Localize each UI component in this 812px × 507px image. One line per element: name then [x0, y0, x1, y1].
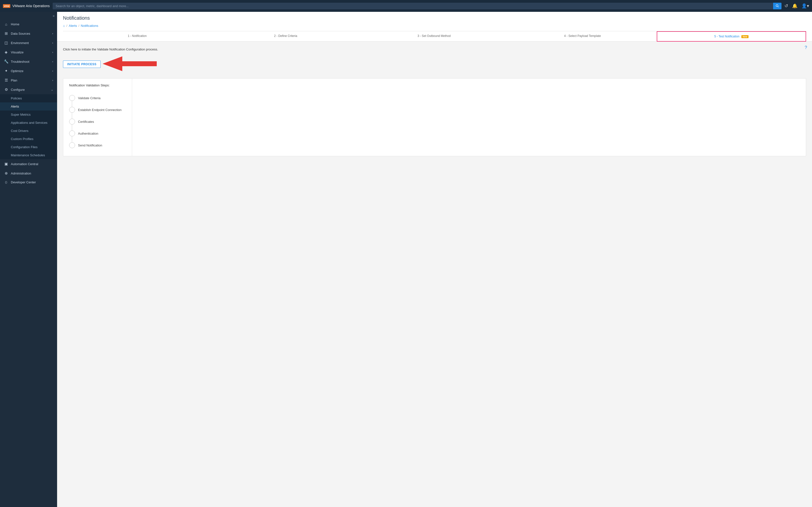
- sidebar-label-optimize: Optimize: [11, 69, 23, 73]
- sidebar-item-troubleshoot[interactable]: 🔧 Troubleshoot ›: [0, 57, 57, 66]
- sidebar-item-developer-center[interactable]: ⟨⟩ Developer Center: [0, 178, 57, 186]
- developer-icon: ⟨⟩: [4, 181, 8, 184]
- sidebar-item-config-files[interactable]: Configuration Files: [0, 143, 57, 151]
- validation-panel: Notification Validation Steps: Validate …: [63, 78, 806, 156]
- chevron-right-icon: ›: [52, 69, 53, 72]
- plan-icon: ☰: [4, 78, 8, 82]
- sidebar: « ⌂ Home ⊞ Data Sources › ◫ Environment …: [0, 12, 57, 507]
- page-title: Notifications: [63, 15, 90, 21]
- main-content: Notifications ⌂ / Alerts / Notifications…: [57, 12, 812, 507]
- wizard-tab-1-label: 1 - Notification: [128, 34, 147, 38]
- app-title: VMware Aria Operations: [12, 4, 50, 8]
- wizard-tab-4-label: 4 - Select Payload Template: [564, 34, 601, 38]
- step-circle-auth: [69, 130, 75, 136]
- validation-detail-area: [132, 78, 806, 156]
- sidebar-item-home[interactable]: ⌂ Home: [0, 20, 57, 29]
- chevron-right-icon: ›: [52, 32, 53, 35]
- content-area: ? Click here to initiate the Validate No…: [57, 42, 812, 507]
- step-list: Validate Criteria Establish Endpoint Con…: [69, 92, 126, 151]
- breadcrumb-separator2: /: [78, 24, 79, 27]
- sidebar-item-cost-drivers[interactable]: Cost Drivers: [0, 127, 57, 135]
- page-header: Notifications ⌂ / Alerts / Notifications…: [57, 12, 812, 42]
- svg-line-1: [778, 6, 778, 7]
- chevron-right-icon: ›: [52, 60, 53, 63]
- sidebar-item-super-metrics[interactable]: Super Metrics: [0, 111, 57, 119]
- step-circle-validate: [69, 95, 75, 101]
- page-header-top: Notifications: [63, 15, 806, 21]
- app-logo: vmw VMware Aria Operations: [3, 4, 50, 8]
- wizard-tabs: 1 - Notification 2 - Define Criteria 3 -…: [63, 31, 806, 41]
- environment-icon: ◫: [4, 41, 8, 45]
- refresh-icon[interactable]: ↺: [785, 3, 788, 9]
- svg-marker-2: [103, 56, 157, 71]
- wizard-tab-5[interactable]: 5 - Test Notification New: [657, 31, 806, 42]
- search-input[interactable]: [53, 3, 781, 9]
- chevron-right-icon: ›: [52, 51, 53, 54]
- sidebar-item-environment[interactable]: ◫ Environment ›: [0, 38, 57, 48]
- search-button[interactable]: [773, 3, 781, 9]
- sidebar-item-configure[interactable]: ⚙ Configure ⌄: [0, 85, 57, 94]
- sidebar-item-policies[interactable]: Policies: [0, 94, 57, 102]
- wizard-tab-2-label: 2 - Define Criteria: [274, 34, 297, 38]
- wizard-tab-5-label: 5 - Test Notification: [714, 35, 739, 38]
- sidebar-item-alerts[interactable]: Alerts: [0, 102, 57, 111]
- step-establish-endpoint: Establish Endpoint Connection: [69, 104, 126, 116]
- configure-submenu: Policies Alerts Super Metrics Applicatio…: [0, 94, 57, 159]
- top-navigation: vmw VMware Aria Operations ↺ 🔔 👤▾: [0, 0, 812, 12]
- sidebar-item-apps-services[interactable]: Applications and Services: [0, 119, 57, 127]
- user-menu-icon[interactable]: 👤▾: [801, 3, 809, 9]
- initiate-description: Click here to initiate the Validate Noti…: [63, 48, 806, 51]
- svg-point-0: [776, 5, 778, 7]
- step-label-validate-criteria: Validate Criteria: [78, 96, 101, 100]
- sidebar-label-visualize: Visualize: [11, 50, 23, 54]
- notifications-icon[interactable]: 🔔: [792, 3, 798, 9]
- sidebar-label-data-sources: Data Sources: [11, 32, 30, 36]
- sidebar-item-plan[interactable]: ☰ Plan ›: [0, 75, 57, 85]
- configure-icon: ⚙: [4, 88, 8, 92]
- home-icon: ⌂: [4, 22, 8, 26]
- step-certificates: Certificates: [69, 116, 126, 127]
- annotation-arrow: [103, 55, 157, 73]
- step-label-certificates: Certificates: [78, 120, 94, 123]
- step-circle-endpoint: [69, 107, 75, 113]
- vmware-badge: vmw: [3, 4, 10, 8]
- sidebar-item-visualize[interactable]: ◈ Visualize ›: [0, 48, 57, 57]
- new-badge: New: [741, 35, 749, 38]
- wizard-tab-3[interactable]: 3 - Set Outbound Method: [360, 31, 508, 41]
- wizard-tab-2[interactable]: 2 - Define Criteria: [211, 31, 360, 41]
- optimize-icon: ✦: [4, 69, 8, 73]
- initiate-process-button[interactable]: INITIATE PROCESS: [63, 61, 101, 68]
- breadcrumb: ⌂ / Alerts / Notifications: [63, 24, 806, 27]
- breadcrumb-alerts[interactable]: Alerts: [69, 24, 77, 27]
- wizard-tab-1[interactable]: 1 - Notification: [63, 31, 211, 41]
- visualize-icon: ◈: [4, 50, 8, 54]
- step-label-send-notification: Send Notification: [78, 144, 102, 147]
- sidebar-label-developer: Developer Center: [11, 180, 36, 184]
- sidebar-item-administration[interactable]: ⊕ Administration: [0, 169, 57, 178]
- chevron-right-icon: ›: [52, 79, 53, 82]
- sidebar-item-data-sources[interactable]: ⊞ Data Sources ›: [0, 29, 57, 38]
- step-validate-criteria: Validate Criteria: [69, 92, 126, 104]
- step-authentication: Authentication: [69, 127, 126, 139]
- sidebar-label-administration: Administration: [11, 172, 31, 175]
- sidebar-label-plan: Plan: [11, 78, 17, 82]
- troubleshoot-icon: 🔧: [4, 59, 8, 64]
- wizard-tab-4[interactable]: 4 - Select Payload Template: [508, 31, 657, 41]
- step-circle-certificates: [69, 119, 75, 124]
- search-container: [53, 3, 781, 9]
- sidebar-label-environment: Environment: [11, 41, 29, 45]
- step-label-authentication: Authentication: [78, 132, 98, 135]
- sidebar-item-custom-profiles[interactable]: Custom Profiles: [0, 135, 57, 143]
- sidebar-item-automation[interactable]: ▣ Automation Central: [0, 159, 57, 169]
- step-label-establish-endpoint: Establish Endpoint Connection: [78, 108, 122, 112]
- breadcrumb-home-icon[interactable]: ⌂: [63, 24, 65, 27]
- data-sources-icon: ⊞: [4, 31, 8, 36]
- sidebar-item-optimize[interactable]: ✦ Optimize ›: [0, 66, 57, 75]
- sidebar-label-automation: Automation Central: [11, 162, 38, 166]
- sidebar-collapse-button[interactable]: «: [0, 12, 57, 20]
- content-body: Click here to initiate the Validate Noti…: [63, 48, 806, 156]
- validation-steps-title: Notification Validation Steps:: [69, 83, 126, 87]
- sidebar-label-troubleshoot: Troubleshoot: [11, 60, 29, 63]
- sidebar-item-maint-schedules[interactable]: Maintenance Schedules: [0, 151, 57, 159]
- breadcrumb-notifications[interactable]: Notifications: [81, 24, 98, 27]
